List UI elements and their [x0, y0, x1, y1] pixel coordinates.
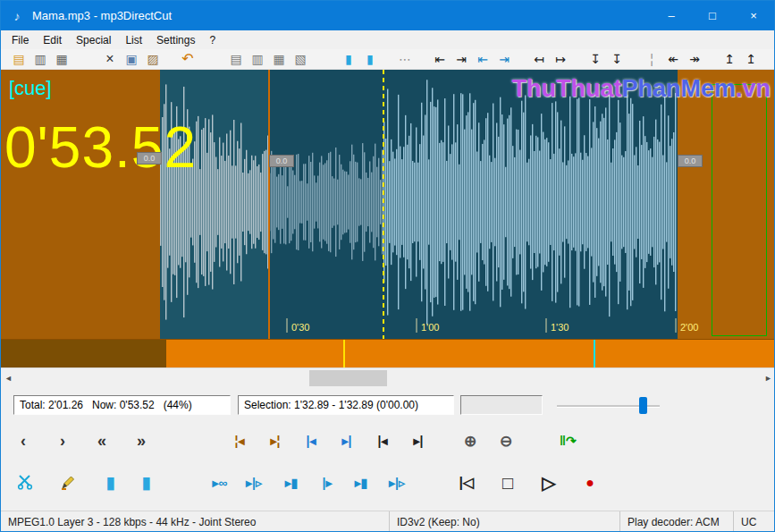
prev-cue-button[interactable]: ¦◂: [230, 429, 249, 452]
toolbar-separator: [198, 50, 212, 69]
sel-begin-button[interactable]: |◂: [301, 429, 321, 452]
minimize-button[interactable]: –: [651, 1, 692, 30]
volume-slider-thumb[interactable]: [639, 397, 647, 414]
selection-time-field: Selection: 1'32.89 - 1'32.89 (0'00.00): [238, 395, 454, 415]
nudge-right-button[interactable]: ↦: [550, 50, 571, 69]
open-file-icon: ▤: [13, 53, 24, 65]
next-cue-button[interactable]: ▸¦: [265, 429, 285, 452]
copy-button[interactable]: ▣: [121, 50, 142, 69]
sel-end-button[interactable]: ▸|: [337, 429, 357, 452]
fast-back-button[interactable]: «: [92, 429, 112, 452]
play-button[interactable]: ▷: [537, 469, 560, 496]
save-button[interactable]: ▥: [29, 50, 51, 69]
raise-end-icon: ↥: [746, 53, 756, 65]
skip-to-start-button[interactable]: |◁: [455, 469, 478, 496]
play-from-end-button[interactable]: ⇥: [493, 50, 515, 69]
snap-button[interactable]: ¦: [641, 50, 662, 69]
gain-node-badge[interactable]: 0.0: [269, 155, 294, 167]
undo-button[interactable]: ↶: [177, 50, 198, 69]
cut-button[interactable]: ×: [99, 50, 121, 69]
zoom-out-button[interactable]: ⊖: [496, 429, 516, 452]
fade-marker2-icon: ▮: [142, 475, 151, 491]
menu-special-icon: Special: [76, 34, 111, 46]
vu-meter-right-button[interactable]: ▮: [359, 50, 381, 69]
drop-begin-button[interactable]: ↧: [585, 50, 606, 69]
record-button[interactable]: ●: [578, 469, 602, 496]
goto-end-button[interactable]: ▸|: [409, 429, 428, 452]
menu-list[interactable]: List: [118, 32, 149, 48]
menu-settings[interactable]: Settings: [149, 32, 202, 48]
toolbar-separator: [311, 50, 324, 69]
toolbar-separator: [86, 50, 99, 69]
fast-forward-icon: »: [137, 433, 146, 449]
file-info-button[interactable]: ▤: [225, 50, 247, 69]
maximize-button[interactable]: □: [692, 1, 733, 30]
toolbar-separator: [324, 50, 338, 69]
menu-special[interactable]: Special: [69, 32, 118, 48]
save-selection-icon: ▦: [55, 53, 67, 65]
play-loop-button[interactable]: ▸∞: [208, 469, 232, 496]
sel-end-icon: ▸|: [342, 435, 352, 447]
play-skip-button[interactable]: ▸|▹: [385, 469, 409, 496]
step-forward-button[interactable]: ›: [53, 429, 72, 452]
shift-right-button[interactable]: ↠: [684, 50, 705, 69]
drop-end-button[interactable]: ↧: [606, 50, 628, 69]
fade-marker2-button[interactable]: ▮: [135, 469, 158, 496]
waveform-display[interactable]: 0'301'001'302'00: [160, 70, 678, 339]
cut-selection-button[interactable]: [13, 469, 37, 496]
timeline-marker[interactable]: [594, 340, 595, 367]
zoom-in-button[interactable]: ⊕: [460, 429, 480, 452]
menu-file[interactable]: File: [4, 32, 36, 48]
scrollbar-thumb[interactable]: [309, 370, 387, 386]
play-preview-cut-button[interactable]: ▸|▹: [242, 469, 265, 496]
batch-button[interactable]: ▧: [290, 50, 311, 69]
sel-begin-icon: |◂: [307, 435, 316, 447]
set-begin-icon: ⇤: [434, 53, 445, 65]
timeline-marker[interactable]: [343, 340, 345, 367]
scroll-right-arrow[interactable]: ►: [761, 368, 775, 388]
step-back-button[interactable]: ‹: [13, 429, 33, 452]
position-timeline[interactable]: [1, 339, 775, 367]
raise-begin-button[interactable]: ↥: [719, 50, 740, 69]
menu-help[interactable]: ?: [202, 32, 223, 48]
gain-undo-button[interactable]: ‖↷: [557, 429, 579, 452]
gain-node-badge[interactable]: 0.0: [678, 155, 703, 167]
vu-meter-right-icon: ▮: [366, 53, 374, 65]
close-button[interactable]: ×: [733, 1, 774, 30]
goto-begin-button[interactable]: |◂: [373, 429, 392, 452]
paste-button[interactable]: ▨: [142, 50, 164, 69]
play-selection-button[interactable]: ▸▮: [280, 469, 303, 496]
copy-icon: ▣: [125, 53, 137, 65]
play-from-cursor-button[interactable]: |▸: [316, 469, 339, 496]
nudge-left-button[interactable]: ↤: [528, 50, 550, 69]
play-from-begin-button[interactable]: ⇤: [472, 50, 493, 69]
toolbar-separator: [72, 50, 86, 69]
fade-button[interactable]: ⋯: [394, 50, 416, 69]
play-to-end-button[interactable]: ▸▮: [350, 469, 373, 496]
play-loop-icon: ▸∞: [212, 477, 227, 489]
horizontal-scrollbar[interactable]: ◄ ►: [1, 367, 775, 387]
fast-forward-button[interactable]: »: [131, 429, 151, 452]
save-selection-button[interactable]: ▦: [51, 50, 72, 69]
fade-marker-button[interactable]: ▮: [99, 469, 122, 496]
cue-list-button[interactable]: ▥: [247, 50, 268, 69]
scroll-left-arrow[interactable]: ◄: [1, 368, 16, 388]
shift-right-icon: ↠: [689, 53, 700, 65]
raise-end-button[interactable]: ↥: [740, 50, 762, 69]
set-begin-button[interactable]: ⇤: [429, 50, 451, 69]
edit-gain-button[interactable]: [56, 469, 80, 496]
shift-left-button[interactable]: ↞: [662, 50, 684, 69]
vu-meter-left-button[interactable]: ▮: [338, 50, 359, 69]
play-from-cursor-icon: |▸: [323, 477, 333, 489]
new-list-button[interactable]: ▦: [268, 50, 290, 69]
watermark-part1: ThuThuat: [511, 75, 621, 102]
menu-edit[interactable]: Edit: [36, 32, 69, 48]
left-margin-panel: [1, 70, 160, 339]
stop-button[interactable]: □: [496, 469, 519, 496]
app-window: ♪ Mama.mp3 - mp3DirectCut – □ × FileEdit…: [0, 0, 775, 532]
paste-icon: ▨: [147, 53, 158, 65]
stop-icon: □: [502, 474, 513, 492]
open-file-button[interactable]: ▤: [8, 50, 29, 69]
set-end-button[interactable]: ⇥: [451, 50, 472, 69]
gain-node-badge[interactable]: 0.0: [137, 152, 162, 165]
